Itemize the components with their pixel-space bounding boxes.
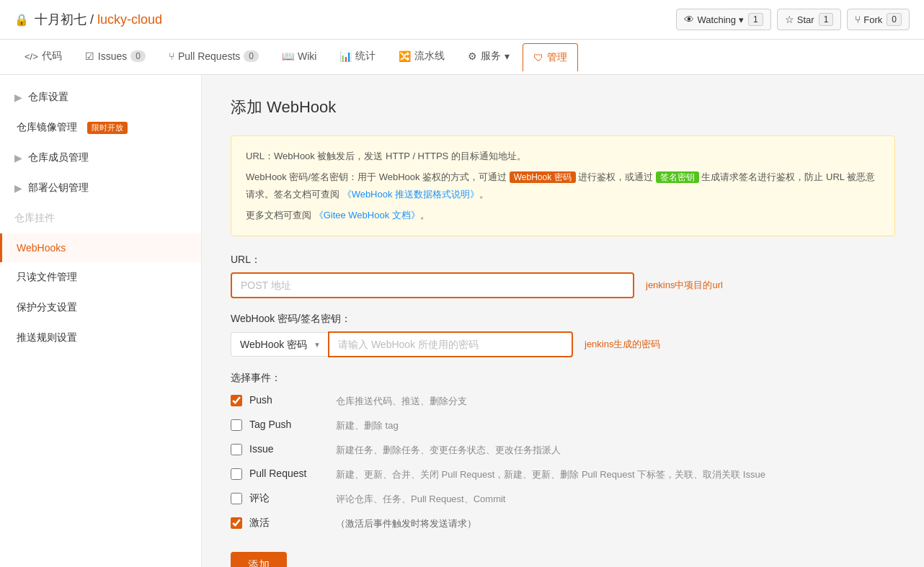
webhook-password-highlight: WebHook 密码 <box>510 171 576 183</box>
fork-button[interactable]: Fork 0 <box>847 9 910 30</box>
webhook-secret-row: WebHook 密码 签名密钥 jenkins生成的密码 <box>231 331 895 357</box>
sidebar-label-webhooks: WebHooks <box>17 242 66 254</box>
tag-push-event-name: Tag Push <box>249 418 329 430</box>
webhook-type-select-wrapper: WebHook 密码 签名密钥 <box>231 332 328 357</box>
fork-label: Fork <box>863 14 882 25</box>
repo-name[interactable]: lucky-cloud <box>97 12 162 27</box>
url-label: URL： <box>231 254 895 267</box>
sidebar-label-repo-members: 仓库成员管理 <box>28 151 89 164</box>
webhook-secret-section: WebHook 密码/签名密钥： WebHook 密码 签名密钥 jenkins… <box>231 313 895 357</box>
nav-item-pull-requests[interactable]: ⑂ Pull Requests 0 <box>159 40 269 73</box>
repo-title: 十月初七 / lucky-cloud <box>35 11 162 28</box>
sidebar-item-push-rules[interactable]: 推送规则设置 <box>0 323 201 353</box>
tag-push-checkbox[interactable] <box>231 419 242 431</box>
repo-mirror-badge: 限时开放 <box>87 122 128 134</box>
nav-item-services[interactable]: ⚙ 服务 ▾ <box>458 40 520 74</box>
arrow-icon-members: ▶ <box>14 152 22 164</box>
signature-doc-link[interactable]: 《WebHook 推送数据格式说明》 <box>342 189 479 200</box>
nav-item-issues[interactable]: ☑ Issues 0 <box>75 40 156 73</box>
events-label: 选择事件： <box>231 372 895 385</box>
url-input[interactable] <box>231 272 634 298</box>
sidebar-item-protect-branch[interactable]: 保护分支设置 <box>0 293 201 323</box>
webhook-controls: WebHook 密码 签名密钥 <box>231 331 573 357</box>
sidebar-label-plugins: 仓库挂件 <box>14 212 55 223</box>
submit-button[interactable]: 添加 <box>231 552 287 567</box>
info-line-2: WebHook 密码/签名密钥：用于 WebHook 鉴权的方式，可通过 Web… <box>246 169 880 202</box>
nav-bar: </> 代码 ☑ Issues 0 ⑂ Pull Requests 0 📖 Wi… <box>0 40 924 75</box>
activate-event-desc: （激活后事件触发时将发送请求） <box>336 516 476 530</box>
info-box: URL：WebHook 被触发后，发送 HTTP / HTTPS 的目标通知地址… <box>231 135 895 236</box>
event-row-activate: 激活 （激活后事件触发时将发送请求） <box>231 516 895 530</box>
star-icon <box>785 14 794 25</box>
nav-issues-label: Issues <box>98 50 127 62</box>
code-nav-icon: </> <box>25 51 38 62</box>
info-line-3: 更多文档可查阅 《Gitee WebHook 文档》。 <box>246 207 880 223</box>
sidebar-item-repo-settings[interactable]: ▶ 仓库设置 <box>0 82 201 112</box>
nav-item-manage[interactable]: 🛡 管理 <box>523 43 578 71</box>
sidebar-label-repo-mirror: 仓库镜像管理 <box>17 121 77 134</box>
nav-code-label: 代码 <box>42 50 62 63</box>
sidebar-label-readonly-files: 只读文件管理 <box>17 271 77 284</box>
issue-checkbox[interactable] <box>231 444 242 455</box>
event-row-comment: 评论 评论仓库、任务、Pull Request、Commit <box>231 491 895 506</box>
nav-item-wiki[interactable]: 📖 Wiki <box>272 40 326 73</box>
manage-nav-icon: 🛡 <box>533 52 543 63</box>
issue-event-name: Issue <box>249 442 329 455</box>
page-title: 添加 WebHook <box>231 97 895 118</box>
sidebar-item-readonly-files[interactable]: 只读文件管理 <box>0 262 201 293</box>
nav-wiki-label: Wiki <box>298 50 316 62</box>
signature-key-highlight: 签名密钥 <box>656 171 699 183</box>
stats-nav-icon: 📊 <box>339 50 352 62</box>
gitee-webhook-doc-link[interactable]: 《Gitee WebHook 文档》 <box>314 210 420 220</box>
sidebar-item-repo-mirror[interactable]: 仓库镜像管理 限时开放 <box>0 112 201 143</box>
services-nav-icon: ⚙ <box>468 50 477 62</box>
sidebar-item-webhooks[interactable]: WebHooks <box>0 233 201 262</box>
sidebar-item-repo-members[interactable]: ▶ 仓库成员管理 <box>0 143 201 173</box>
comment-checkbox[interactable] <box>231 493 242 504</box>
tag-push-event-desc: 新建、删除 tag <box>336 418 399 432</box>
nav-item-code[interactable]: </> 代码 <box>14 40 72 74</box>
nav-item-stats[interactable]: 📊 统计 <box>329 40 386 74</box>
comment-event-name: 评论 <box>249 491 329 505</box>
sidebar-label-push-rules: 推送规则设置 <box>17 331 77 344</box>
fork-icon <box>855 14 861 25</box>
fork-count: 0 <box>887 13 902 26</box>
watching-label: Watching <box>697 14 736 25</box>
sidebar-item-deploy-keys[interactable]: ▶ 部署公钥管理 <box>0 173 201 203</box>
webhook-secret-label: WebHook 密码/签名密钥： <box>231 313 895 326</box>
webhook-password-hint: jenkins生成的密码 <box>585 338 660 351</box>
star-button[interactable]: Star 1 <box>777 9 842 30</box>
main-content: 添加 WebHook URL：WebHook 被触发后，发送 HTTP / HT… <box>202 75 924 567</box>
webhook-type-select[interactable]: WebHook 密码 签名密钥 <box>231 332 328 357</box>
issues-nav-icon: ☑ <box>85 50 94 62</box>
event-row-tag-push: Tag Push 新建、删除 tag <box>231 418 895 432</box>
services-dropdown-icon: ▾ <box>505 50 510 62</box>
lock-icon: 🔒 <box>14 13 29 27</box>
sidebar-label-repo-settings: 仓库设置 <box>28 91 68 104</box>
activate-checkbox[interactable] <box>231 517 242 529</box>
info-line-1: URL：WebHook 被触发后，发送 HTTP / HTTPS 的目标通知地址… <box>246 148 880 164</box>
pipeline-nav-icon: 🔀 <box>399 50 411 62</box>
event-row-push: Push 仓库推送代码、推送、删除分支 <box>231 393 895 408</box>
wiki-nav-icon: 📖 <box>282 50 294 62</box>
pull-request-event-name: Pull Request <box>249 467 329 479</box>
owner-name: 十月初七 <box>35 12 86 27</box>
event-row-pull-request: Pull Request 新建、更新、合并、关闭 Pull Request，新建… <box>231 467 895 481</box>
watching-button[interactable]: Watching ▾ 1 <box>676 9 770 30</box>
webhook-password-input[interactable] <box>328 331 573 357</box>
pr-nav-icon: ⑂ <box>169 50 174 62</box>
sidebar-label-protect-branch: 保护分支设置 <box>17 301 77 314</box>
pull-request-checkbox[interactable] <box>231 468 242 480</box>
nav-item-pipeline[interactable]: 🔀 流水线 <box>388 40 455 74</box>
push-event-name: Push <box>249 393 329 406</box>
nav-pr-label: Pull Requests <box>178 50 240 62</box>
sidebar-item-plugins: 仓库挂件 <box>0 203 201 233</box>
url-row: jenkins中项目的url <box>231 272 895 298</box>
star-label: Star <box>797 14 814 25</box>
pr-badge: 0 <box>244 50 259 62</box>
push-checkbox[interactable] <box>231 395 242 406</box>
header-actions: Watching ▾ 1 Star 1 Fork 0 <box>676 9 910 30</box>
nav-pipeline-label: 流水线 <box>414 50 445 63</box>
nav-manage-label: 管理 <box>547 51 567 64</box>
header-left: 🔒 十月初七 / lucky-cloud <box>14 11 162 28</box>
